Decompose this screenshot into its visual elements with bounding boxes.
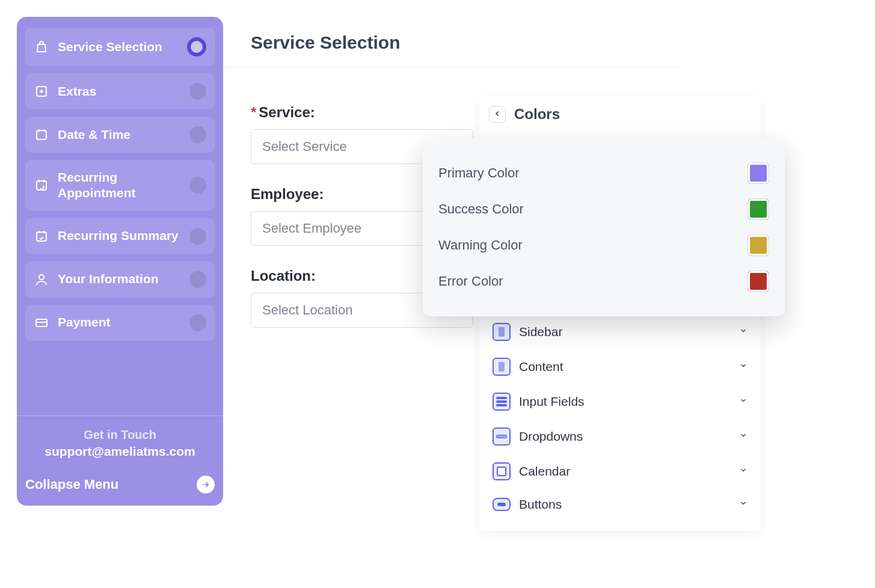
step-indicator-icon xyxy=(189,271,206,288)
section-label: Calendar xyxy=(519,464,731,479)
contact-heading: Get in Touch xyxy=(25,428,215,442)
back-button[interactable] xyxy=(489,106,506,123)
sidebar-item-label: Extras xyxy=(58,84,181,99)
sidebar-item-recurring-summary[interactable]: Recurring Summary xyxy=(25,218,215,254)
colors-section-dropdowns[interactable]: Dropdowns xyxy=(490,419,750,454)
color-swatch[interactable] xyxy=(748,198,769,220)
collapse-menu-button[interactable]: Collapse Menu xyxy=(25,470,215,497)
colors-section-input-fields[interactable]: Input Fields xyxy=(490,384,750,419)
step-indicator-icon xyxy=(189,177,206,194)
arrow-right-circle-icon xyxy=(197,476,215,494)
card-icon xyxy=(34,315,49,331)
sidebar-item-label: Payment xyxy=(58,314,181,330)
sidebar: Service Selection Extras Date & Time xyxy=(17,17,223,506)
sidebar-item-label: Your Information xyxy=(58,271,181,287)
collapse-menu-label: Collapse Menu xyxy=(25,477,118,492)
user-icon xyxy=(34,272,49,287)
calendar-icon xyxy=(34,127,49,142)
section-label: Dropdowns xyxy=(519,429,731,444)
contact-email[interactable]: support@ameliatms.com xyxy=(25,444,215,459)
swatch-label: Success Color xyxy=(438,201,524,217)
sidebar-item-service-selection[interactable]: Service Selection xyxy=(25,28,215,66)
color-swatch-row[interactable]: Warning Color xyxy=(438,227,769,263)
recurring-icon xyxy=(34,177,49,193)
colors-panel-title: Colors xyxy=(514,106,560,123)
chevron-down-icon xyxy=(739,499,748,510)
section-label: Buttons xyxy=(519,497,731,512)
section-label: Content xyxy=(519,360,731,374)
color-swatch[interactable] xyxy=(748,234,769,256)
color-swatch-row[interactable]: Error Color xyxy=(438,263,769,299)
required-asterisk: * xyxy=(251,104,256,120)
color-swatch-row[interactable]: Success Color xyxy=(438,191,769,227)
section-icon xyxy=(493,323,511,341)
svg-point-4 xyxy=(39,275,44,280)
step-indicator-icon xyxy=(189,126,206,143)
color-swatch[interactable] xyxy=(748,162,769,184)
colors-section-calendar[interactable]: Calendar xyxy=(490,454,750,489)
sidebar-item-label: Recurring Summary xyxy=(58,228,181,243)
svg-rect-3 xyxy=(37,232,46,241)
step-indicator-icon xyxy=(189,314,206,331)
chevron-left-icon xyxy=(494,109,501,120)
svg-rect-1 xyxy=(37,130,46,139)
recurring-check-icon xyxy=(34,228,49,244)
page-header: Service Selection xyxy=(223,17,678,68)
sidebar-item-label: Recurring Appointment xyxy=(58,170,181,201)
section-icon xyxy=(493,358,511,376)
swatch-label: Error Color xyxy=(438,274,503,289)
section-icon xyxy=(493,462,511,480)
color-swatch-row[interactable]: Primary Color xyxy=(438,155,769,191)
chevron-down-icon xyxy=(739,396,748,407)
color-swatch[interactable] xyxy=(748,271,769,292)
section-icon xyxy=(493,427,511,446)
step-indicator-icon xyxy=(189,228,206,245)
colors-section-buttons[interactable]: Buttons xyxy=(490,489,750,520)
employee-placeholder: Select Employee xyxy=(262,221,361,236)
colors-section-content[interactable]: Content xyxy=(490,349,750,384)
location-placeholder: Select Location xyxy=(262,302,352,318)
section-icon xyxy=(493,393,511,411)
step-indicator-icon xyxy=(189,83,206,100)
chevron-down-icon xyxy=(739,326,748,337)
sidebar-item-recurring-appointment[interactable]: Recurring Appointment xyxy=(25,160,215,211)
chevron-down-icon xyxy=(739,466,748,477)
sidebar-divider xyxy=(17,415,223,416)
bag-icon xyxy=(34,39,49,55)
color-swatch-popover: Primary ColorSuccess ColorWarning ColorE… xyxy=(423,138,785,316)
section-icon xyxy=(493,498,511,511)
sidebar-item-label: Service Selection xyxy=(58,39,179,55)
swatch-label: Warning Color xyxy=(438,237,523,253)
service-label-text: Service: xyxy=(259,104,315,120)
sidebar-item-payment[interactable]: Payment xyxy=(25,305,215,341)
colors-panel-header: Colors xyxy=(479,96,761,131)
page-title: Service Selection xyxy=(251,32,651,53)
swatch-label: Primary Color xyxy=(438,165,519,181)
colors-section-sidebar[interactable]: Sidebar xyxy=(490,314,750,349)
sidebar-item-extras[interactable]: Extras xyxy=(25,73,215,109)
sidebar-item-list: Service Selection Extras Date & Time xyxy=(25,28,215,403)
chevron-down-icon xyxy=(739,431,748,442)
sidebar-item-label: Date & Time xyxy=(58,127,181,142)
sidebar-item-date-time[interactable]: Date & Time xyxy=(25,117,215,153)
step-indicator-icon xyxy=(187,37,206,57)
plus-square-icon xyxy=(34,84,49,99)
sidebar-item-your-information[interactable]: Your Information xyxy=(25,262,215,298)
sidebar-contact: Get in Touch support@ameliatms.com xyxy=(25,423,215,470)
section-label: Input Fields xyxy=(519,394,731,409)
colors-section-list: SidebarContentInput FieldsDropdownsCalen… xyxy=(479,308,761,525)
section-label: Sidebar xyxy=(519,325,731,339)
chevron-down-icon xyxy=(739,361,748,372)
service-placeholder: Select Service xyxy=(262,139,347,155)
